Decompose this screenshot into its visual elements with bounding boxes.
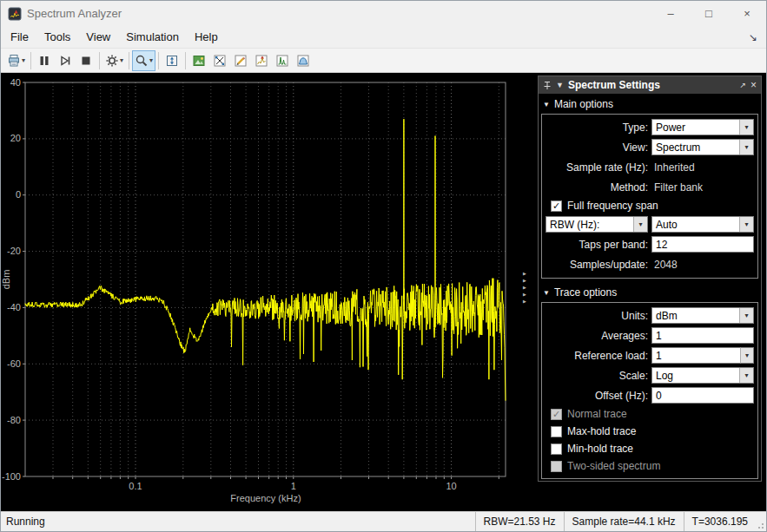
collapse-arrow-icon: ▶ <box>523 292 526 297</box>
playback-settings-button[interactable]: ▾ <box>102 50 126 71</box>
magnifier-icon <box>135 54 149 68</box>
spectrum-settings-header[interactable]: ▼ Spectrum Settings ↗ × <box>539 76 761 94</box>
rbw-parameter-select[interactable]: RBW (Hz): ▾ <box>545 216 648 233</box>
maximize-button[interactable]: □ <box>690 1 728 26</box>
chevron-down-icon[interactable]: ▾ <box>739 120 753 135</box>
stop-button[interactable] <box>76 50 96 71</box>
zoom-button[interactable]: ▾ <box>132 50 155 71</box>
samples-per-update-row: Samples/update: 2048 <box>545 254 754 274</box>
distortion-measurements-button[interactable] <box>272 50 293 71</box>
panel-title: Spectrum Settings <box>568 79 736 91</box>
dock-icon[interactable]: ↘ <box>742 31 764 43</box>
checkbox-unchecked-icon[interactable] <box>551 426 562 437</box>
collapse-all-icon[interactable]: ▼ <box>556 81 564 89</box>
full-frequency-span-checkbox[interactable]: ✓ Full frequency span <box>545 197 754 214</box>
sample-rate-label: Sample rate (Hz): <box>545 161 648 174</box>
menu-help[interactable]: Help <box>187 28 226 46</box>
statusbar: Running RBW=21.53 Hz Sample rate=44.1 kH… <box>1 511 766 531</box>
close-button[interactable]: × <box>728 1 766 26</box>
rbw-value-select[interactable]: Auto ▾ <box>651 216 754 233</box>
pencil-icon <box>234 54 248 68</box>
print-button[interactable]: ▾ <box>4 50 28 71</box>
view-select[interactable]: Spectrum ▾ <box>651 139 754 155</box>
chevron-down-icon[interactable]: ▾ <box>739 308 753 323</box>
svg-text:-40: -40 <box>7 302 21 312</box>
reference-load-input[interactable] <box>651 347 740 364</box>
pin-icon[interactable] <box>543 81 552 90</box>
peak-finder-button[interactable] <box>251 50 272 71</box>
type-label: Type: <box>545 122 648 134</box>
spectral-mask-button[interactable] <box>230 50 251 71</box>
rbw-row: RBW (Hz): ▾ Auto ▾ <box>545 214 754 234</box>
type-select[interactable]: Power ▾ <box>651 119 754 135</box>
spectrum-plot[interactable]: 40200-20-40-60-80-1000.1110Frequency (kH… <box>1 73 536 511</box>
titlebar[interactable]: Spectrum Analyzer – □ × <box>1 1 766 26</box>
sample-rate-row: Sample rate (Hz): Inherited <box>545 157 754 177</box>
method-label: Method: <box>545 181 648 194</box>
svg-text:40: 40 <box>10 77 21 88</box>
svg-text:10: 10 <box>446 481 456 491</box>
chevron-down-icon[interactable]: ▾ <box>739 217 753 232</box>
toolbar: ▾ ▾ ▾ <box>1 48 766 73</box>
section-collapse-icon: ▼ <box>543 101 550 108</box>
chevron-down-icon[interactable]: ▾ <box>739 140 753 154</box>
channel-measurements-button[interactable] <box>293 50 314 71</box>
section-header-trace-options[interactable]: ▼ Trace options <box>539 282 761 300</box>
scale-label: Scale: <box>545 370 648 382</box>
section-header-main-options[interactable]: ▼ Main options <box>539 94 761 112</box>
averages-input[interactable] <box>651 327 754 344</box>
checkbox-checked-icon[interactable]: ✓ <box>551 200 562 212</box>
collapse-arrow-icon: ▶ <box>523 271 526 276</box>
samples-per-update-label: Samples/update: <box>545 259 648 271</box>
menubar: File Tools View Simulation Help ↘ <box>1 26 766 48</box>
view-select-value: Spectrum <box>652 141 739 154</box>
fit-to-view-button[interactable] <box>162 50 182 71</box>
spectrum-analyzer-window: Spectrum Analyzer – □ × File Tools View … <box>0 0 767 532</box>
reference-load-combo[interactable]: ▾ <box>651 347 754 364</box>
chevron-down-icon[interactable]: ▾ <box>740 347 754 364</box>
data-cursors-button[interactable] <box>209 50 230 71</box>
averages-label: Averages: <box>545 330 648 342</box>
chevron-down-icon: ▾ <box>120 56 123 64</box>
step-forward-button[interactable] <box>55 50 76 71</box>
collapse-arrow-icon: ▶ <box>523 278 526 283</box>
min-hold-trace-checkbox[interactable]: Min-hold trace <box>545 440 754 457</box>
menu-tools[interactable]: Tools <box>36 28 78 46</box>
offset-label: Offset (Hz): <box>545 390 648 402</box>
menu-file[interactable]: File <box>3 28 36 46</box>
rbw-value: Auto <box>652 219 739 231</box>
menu-simulation[interactable]: Simulation <box>118 28 187 46</box>
offset-row: Offset (Hz): <box>545 385 754 405</box>
svg-text:0.1: 0.1 <box>129 481 142 491</box>
undock-icon[interactable]: ↗ <box>739 81 746 89</box>
resize-grip[interactable] <box>756 512 766 531</box>
scale-row: Scale: Log ▾ <box>545 365 754 385</box>
offset-input[interactable] <box>651 387 754 404</box>
app-icon <box>8 7 22 21</box>
section-label: Trace options <box>554 286 617 299</box>
menu-view[interactable]: View <box>78 28 118 46</box>
scale-select[interactable]: Log ▾ <box>651 367 754 384</box>
normal-trace-checkbox: ✓ Normal trace <box>545 405 754 423</box>
svg-text:-60: -60 <box>7 358 21 369</box>
view-row: View: Spectrum ▾ <box>545 137 754 157</box>
panel-collapse-handle[interactable]: ▶ ▶ ▶ ▶ ▶ <box>520 271 529 304</box>
taps-per-band-label: Taps per band: <box>545 239 648 251</box>
taps-per-band-input[interactable] <box>651 236 754 253</box>
checkbox-unchecked-icon[interactable] <box>551 443 562 455</box>
rbw-parameter-value: RBW (Hz): <box>546 219 633 231</box>
units-select[interactable]: dBm ▾ <box>651 307 754 324</box>
chevron-down-icon: ▾ <box>22 56 25 64</box>
pause-button[interactable] <box>34 50 55 71</box>
max-hold-trace-checkbox[interactable]: Max-hold trace <box>545 423 754 440</box>
svg-text:-100: -100 <box>2 471 21 482</box>
units-row: Units: dBm ▾ <box>545 305 754 325</box>
minimize-button[interactable]: – <box>651 1 690 26</box>
collapse-arrow-icon: ▶ <box>523 299 526 304</box>
chevron-down-icon[interactable]: ▾ <box>633 217 647 232</box>
simulation-status: Running <box>1 512 475 531</box>
taps-per-band-row: Taps per band: <box>545 234 754 254</box>
panel-close-icon[interactable]: × <box>750 79 757 91</box>
chevron-down-icon[interactable]: ▾ <box>739 368 753 383</box>
snapshot-button[interactable] <box>188 50 209 71</box>
